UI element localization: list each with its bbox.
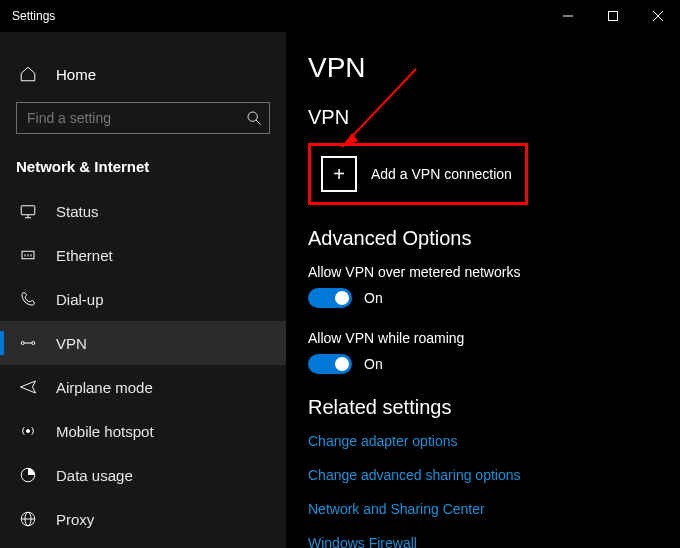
sidebar-item-label: Mobile hotspot xyxy=(56,423,154,440)
proxy-icon xyxy=(18,509,38,529)
sidebar-item-hotspot[interactable]: Mobile hotspot xyxy=(0,409,286,453)
sidebar-item-label: Airplane mode xyxy=(56,379,153,396)
link-adapter-options[interactable]: Change adapter options xyxy=(308,433,660,449)
svg-rect-1 xyxy=(608,12,617,21)
titlebar: Settings xyxy=(0,0,680,32)
ethernet-icon xyxy=(18,245,38,265)
annotation-highlight: + Add a VPN connection xyxy=(308,143,528,205)
main-content: VPN VPN + Add a VPN connection Advanced … xyxy=(286,32,680,548)
dialup-icon xyxy=(18,289,38,309)
sidebar-item-label: Status xyxy=(56,203,99,220)
active-indicator xyxy=(0,331,4,355)
link-network-sharing-center[interactable]: Network and Sharing Center xyxy=(308,501,660,517)
airplane-icon xyxy=(18,377,38,397)
home-icon xyxy=(18,64,38,84)
sidebar-item-label: Dial-up xyxy=(56,291,104,308)
sidebar-item-status[interactable]: Status xyxy=(0,189,286,233)
related-settings-title: Related settings xyxy=(308,396,660,419)
svg-line-5 xyxy=(256,120,261,125)
svg-point-14 xyxy=(32,342,35,345)
sidebar-item-proxy[interactable]: Proxy xyxy=(0,497,286,541)
minimize-button[interactable] xyxy=(545,0,590,32)
sidebar-item-vpn[interactable]: VPN xyxy=(0,321,286,365)
window-title: Settings xyxy=(12,9,55,23)
link-advanced-sharing[interactable]: Change advanced sharing options xyxy=(308,467,660,483)
opt-metered-label: Allow VPN over metered networks xyxy=(308,264,660,280)
search-icon xyxy=(246,110,262,126)
toggle-metered[interactable] xyxy=(308,288,352,308)
search-box[interactable] xyxy=(16,102,270,134)
sidebar-item-label: Proxy xyxy=(56,511,94,528)
toggle-roaming[interactable] xyxy=(308,354,352,374)
plus-icon: + xyxy=(321,156,357,192)
sidebar-item-dialup[interactable]: Dial-up xyxy=(0,277,286,321)
sidebar-home[interactable]: Home xyxy=(0,52,286,96)
sidebar-home-label: Home xyxy=(56,66,96,83)
section-vpn-title: VPN xyxy=(308,106,660,129)
sidebar-item-airplane[interactable]: Airplane mode xyxy=(0,365,286,409)
search-input[interactable] xyxy=(16,102,270,134)
link-windows-firewall[interactable]: Windows Firewall xyxy=(308,535,660,548)
window-buttons xyxy=(545,0,680,32)
status-icon xyxy=(18,201,38,221)
sidebar-item-ethernet[interactable]: Ethernet xyxy=(0,233,286,277)
svg-rect-6 xyxy=(21,206,35,215)
hotspot-icon xyxy=(18,421,38,441)
svg-point-4 xyxy=(248,112,257,121)
opt-roaming-label: Allow VPN while roaming xyxy=(308,330,660,346)
sidebar-item-label: Ethernet xyxy=(56,247,113,264)
add-vpn-label: Add a VPN connection xyxy=(371,166,512,182)
vpn-icon xyxy=(18,333,38,353)
svg-point-13 xyxy=(21,342,24,345)
sidebar-item-datausage[interactable]: Data usage xyxy=(0,453,286,497)
add-vpn-button[interactable]: + Add a VPN connection xyxy=(321,156,515,192)
toggle-roaming-state: On xyxy=(364,356,383,372)
sidebar: Home Network & Internet Status Ethernet xyxy=(0,32,286,548)
sidebar-category: Network & Internet xyxy=(0,148,286,189)
toggle-metered-state: On xyxy=(364,290,383,306)
page-title: VPN xyxy=(308,52,660,84)
advanced-options-title: Advanced Options xyxy=(308,227,660,250)
maximize-button[interactable] xyxy=(590,0,635,32)
datausage-icon xyxy=(18,465,38,485)
svg-point-16 xyxy=(27,430,30,433)
close-button[interactable] xyxy=(635,0,680,32)
sidebar-item-label: Data usage xyxy=(56,467,133,484)
sidebar-item-label: VPN xyxy=(56,335,87,352)
